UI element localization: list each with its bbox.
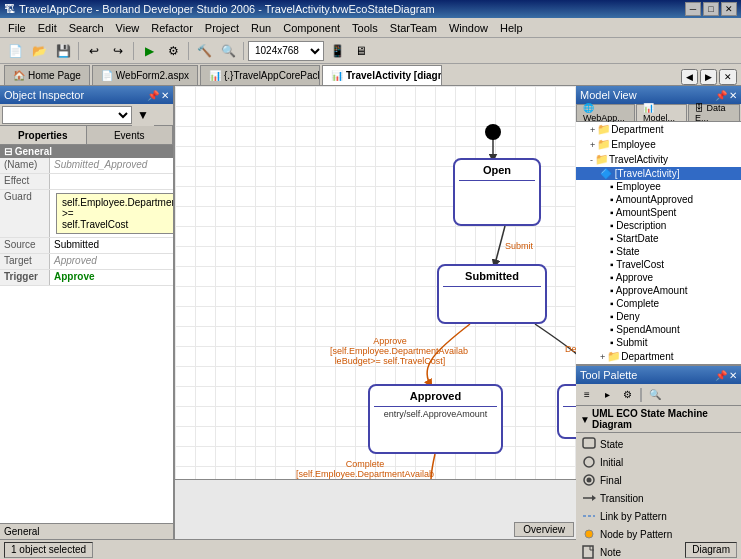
mv-item-field-complete[interactable]: ▪ Complete [576, 297, 741, 310]
mv-item-field-approveamt[interactable]: ▪ ApproveAmount [576, 284, 741, 297]
state-submitted[interactable]: Submitted [437, 264, 547, 324]
menu-starteam[interactable]: StarTeam [384, 20, 443, 36]
mv-item-field-spendamt[interactable]: ▪ SpendAmount [576, 323, 741, 336]
mv-item-field-deny[interactable]: ▪ Deny [576, 310, 741, 323]
title-bar-controls[interactable]: ─ □ ✕ [685, 2, 737, 16]
mv-close-btn[interactable]: ✕ [729, 90, 737, 101]
menu-run[interactable]: Run [245, 20, 277, 36]
oi-toolbar: ▼ [0, 104, 173, 126]
close-tab-btn[interactable]: ✕ [719, 69, 737, 85]
tp-title: Tool Palette [580, 369, 637, 381]
mv-item-field-state[interactable]: ▪ State [576, 245, 741, 258]
redo-button[interactable]: ↪ [107, 40, 129, 62]
menu-component[interactable]: Component [277, 20, 346, 36]
save-button[interactable]: 💾 [52, 40, 74, 62]
state-open-actions [455, 181, 539, 185]
mv-item-ta-class[interactable]: 🔷 [TravelActivity] [576, 167, 741, 180]
initial-state [485, 124, 501, 140]
tp-menu-btn[interactable]: ≡ [578, 386, 596, 404]
open-button[interactable]: 📂 [28, 40, 50, 62]
oi-dropdown-btn[interactable]: ▼ [132, 104, 154, 126]
resolution-combo[interactable]: 1024x768 800x600 1280x1024 [248, 41, 324, 61]
mv-item-field-amtspent[interactable]: ▪ AmountSpent [576, 206, 741, 219]
close-button[interactable]: ✕ [721, 2, 737, 16]
mv-item-field-approve[interactable]: ▪ Approve [576, 271, 741, 284]
oi-tab-events[interactable]: Events [87, 126, 174, 144]
oi-close-btn[interactable]: ✕ [161, 90, 169, 101]
menu-file[interactable]: File [2, 20, 32, 36]
right-tab-data[interactable]: 🗄 Data E... [688, 104, 740, 121]
menu-search[interactable]: Search [63, 20, 110, 36]
right-tab-webapp[interactable]: 🌐 WebApp... [576, 104, 635, 121]
tp-expand-btn[interactable]: ▸ [598, 386, 616, 404]
mv-item-department[interactable]: + 📁 Department [576, 122, 741, 137]
toolbar-sep-1 [78, 42, 79, 60]
tp-section-header[interactable]: ▼ UML ECO State Machine Diagram [576, 406, 741, 433]
mv-item-field-submit[interactable]: ▪ Submit [576, 336, 741, 349]
mv-expand-emp: + [590, 140, 595, 150]
oi-pin-btn[interactable]: 📌 [147, 90, 159, 101]
new-button[interactable]: 📄 [4, 40, 26, 62]
mv-item-employee[interactable]: + 📁 Employee [576, 137, 741, 152]
state-open[interactable]: Open [453, 158, 541, 226]
menu-project[interactable]: Project [199, 20, 245, 36]
state-denied[interactable]: Denied [557, 384, 576, 439]
mv-item-field-travelcost[interactable]: ▪ TravelCost [576, 258, 741, 271]
status-objects-text: 1 object selected [11, 544, 86, 555]
tp-pin-btn[interactable]: 📌 [715, 370, 727, 381]
oi-row-name: (Name) Submitted_Approved [0, 158, 173, 174]
svg-point-9 [585, 530, 593, 538]
overview-button[interactable]: Overview [514, 522, 574, 537]
menu-edit[interactable]: Edit [32, 20, 63, 36]
tp-section-label: UML ECO State Machine Diagram [592, 408, 737, 430]
tp-config-btn[interactable]: ⚙ [618, 386, 636, 404]
oi-title: Object Inspector [4, 89, 84, 101]
minimize-button[interactable]: ─ [685, 2, 701, 16]
menu-tools[interactable]: Tools [346, 20, 384, 36]
tab-travel[interactable]: 📊 TravelActivity [diagr... [322, 65, 442, 85]
next-tab-btn[interactable]: ▶ [700, 69, 717, 85]
run-button[interactable]: ▶ [138, 40, 160, 62]
tool-initial[interactable]: Initial [578, 453, 739, 471]
mv-item-field-amtapproved[interactable]: ▪ AmountApproved [576, 193, 741, 206]
menu-refactor[interactable]: Refactor [145, 20, 199, 36]
diagram-canvas[interactable]: Open Submit Submitted Approve[self.Emplo… [175, 86, 576, 479]
build-button[interactable]: 🔨 [193, 40, 215, 62]
menu-window[interactable]: Window [443, 20, 494, 36]
oi-tab-properties[interactable]: Properties [0, 126, 87, 144]
mv-tree: + 📁 Department + 📁 Employee - 📁 TravelAc… [576, 122, 741, 364]
tool-transition[interactable]: Transition [578, 489, 739, 507]
right-tab-model[interactable]: 📊 Model... [636, 104, 687, 121]
menu-help[interactable]: Help [494, 20, 529, 36]
toolbar-extra-2[interactable]: 🖥 [350, 40, 372, 62]
mv-item-field-startdate[interactable]: ▪ StartDate [576, 232, 741, 245]
toolbar-sep-4 [243, 42, 244, 60]
tp-close-btn[interactable]: ✕ [729, 370, 737, 381]
undo-button[interactable]: ↩ [83, 40, 105, 62]
tool-link-pattern[interactable]: Link by Pattern [578, 507, 739, 525]
prev-tab-btn[interactable]: ◀ [681, 69, 698, 85]
oi-label-trigger: Trigger [0, 270, 50, 285]
tab-homepage[interactable]: 🏠 Home Page [4, 65, 90, 85]
search-btn[interactable]: 🔍 [217, 40, 239, 62]
mv-item-dept-sub[interactable]: + 📁 Department [576, 349, 741, 364]
tp-header: Tool Palette 📌 ✕ [576, 366, 741, 384]
tab-webform[interactable]: 📄 WebForm2.aspx [92, 65, 198, 85]
mv-item-field-employee[interactable]: ▪ Employee [576, 180, 741, 193]
tool-final[interactable]: Final [578, 471, 739, 489]
tab-package[interactable]: 📊 {.}TravelAppCorePackage [diagram] [200, 65, 320, 85]
mv-item-travelact[interactable]: - 📁 TravelActivity [576, 152, 741, 167]
oi-object-combo[interactable] [2, 106, 132, 124]
tool-node-pattern[interactable]: Node by Pattern [578, 525, 739, 543]
state-approved[interactable]: Approved entry/self.ApproveAmount [368, 384, 503, 454]
tool-state[interactable]: State [578, 435, 739, 453]
debug-button[interactable]: ⚙ [162, 40, 184, 62]
mv-item-field-description[interactable]: ▪ Description [576, 219, 741, 232]
tp-search-btn[interactable]: 🔍 [646, 386, 664, 404]
mv-pin-btn[interactable]: 📌 [715, 90, 727, 101]
maximize-button[interactable]: □ [703, 2, 719, 16]
menu-view[interactable]: View [110, 20, 146, 36]
oi-tabs: Properties Events [0, 126, 173, 145]
toolbar-extra-1[interactable]: 📱 [326, 40, 348, 62]
tab-travel-label: TravelActivity [diagr... [346, 70, 442, 81]
